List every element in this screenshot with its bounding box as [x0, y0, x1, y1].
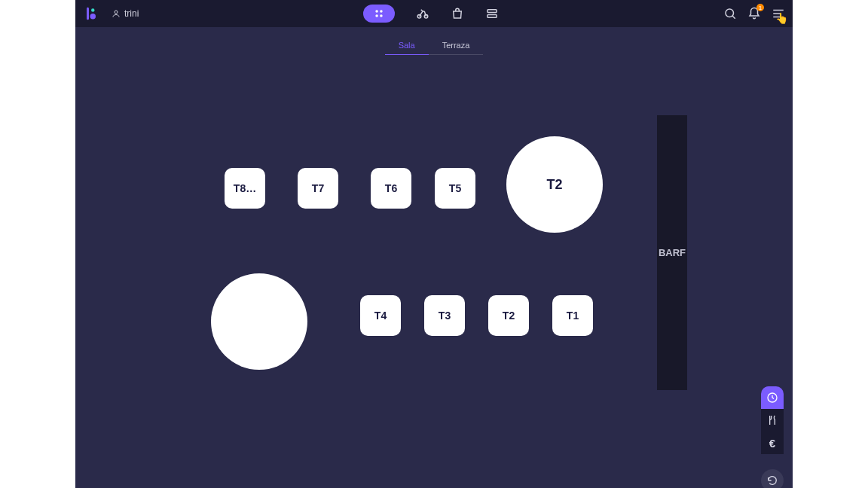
- tab-label: Sala: [399, 41, 415, 50]
- topbar: trini 1: [75, 0, 793, 27]
- floor-plan: T8… T7 T6 T5 T2 T4 T3 T2 T1 BARF €: [75, 55, 793, 488]
- table-t1[interactable]: T1: [552, 295, 593, 336]
- tab-terraza[interactable]: Terraza: [429, 38, 484, 55]
- bar-label: BARF: [659, 247, 686, 258]
- svg-point-11: [726, 9, 734, 17]
- svg-point-6: [380, 14, 383, 17]
- table-t4[interactable]: T4: [360, 295, 401, 336]
- user-name-label: trini: [124, 8, 139, 19]
- table-t5[interactable]: T5: [435, 168, 475, 209]
- refresh-button[interactable]: [761, 469, 784, 488]
- topbar-right: 1: [723, 7, 785, 20]
- table-label: T2: [546, 177, 562, 193]
- svg-rect-9: [487, 10, 497, 13]
- svg-point-2: [115, 11, 118, 14]
- search-icon[interactable]: [723, 7, 737, 20]
- notification-badge: 1: [756, 4, 764, 11]
- table-label: T5: [449, 182, 461, 194]
- nav-bag-icon[interactable]: [451, 7, 464, 20]
- menu-icon[interactable]: [772, 7, 785, 20]
- svg-rect-10: [487, 15, 497, 18]
- svg-point-0: [91, 8, 95, 12]
- table-label: T2: [503, 310, 515, 322]
- table-label: T3: [439, 310, 451, 322]
- euro-button[interactable]: €: [761, 432, 784, 454]
- app-frame: trini 1: [75, 0, 793, 488]
- table-label: T8…: [234, 182, 256, 194]
- svg-point-3: [376, 10, 379, 13]
- euro-label: €: [769, 437, 775, 450]
- bar-element[interactable]: BARF: [657, 115, 687, 390]
- svg-point-1: [90, 14, 96, 20]
- nav-tables-button[interactable]: [363, 5, 395, 23]
- svg-point-4: [380, 10, 383, 13]
- cutlery-button[interactable]: [761, 409, 784, 432]
- nav-delivery-icon[interactable]: [416, 7, 429, 20]
- nav-center: [363, 5, 499, 23]
- tab-label: Terraza: [442, 41, 470, 50]
- table-label: T1: [567, 310, 579, 322]
- nav-list-icon[interactable]: [485, 7, 499, 20]
- table-label: T7: [312, 182, 324, 194]
- table-t2-small[interactable]: T2: [488, 295, 529, 336]
- table-big-t2[interactable]: T2: [506, 136, 603, 233]
- table-big-blank[interactable]: [211, 273, 307, 370]
- table-t6[interactable]: T6: [371, 168, 411, 209]
- area-tabs: Sala Terraza: [75, 38, 793, 55]
- table-label: T6: [385, 182, 397, 194]
- table-t8[interactable]: T8…: [225, 168, 265, 209]
- float-rail: €: [761, 386, 784, 488]
- tab-sala[interactable]: Sala: [385, 38, 429, 55]
- table-t3[interactable]: T3: [424, 295, 465, 336]
- svg-point-5: [376, 14, 379, 17]
- table-t7[interactable]: T7: [298, 168, 338, 209]
- notifications-icon[interactable]: 1: [747, 7, 761, 20]
- table-label: T4: [374, 310, 387, 322]
- logo-icon: [84, 7, 98, 20]
- user-chip[interactable]: trini: [112, 8, 139, 19]
- clock-button[interactable]: [761, 386, 784, 409]
